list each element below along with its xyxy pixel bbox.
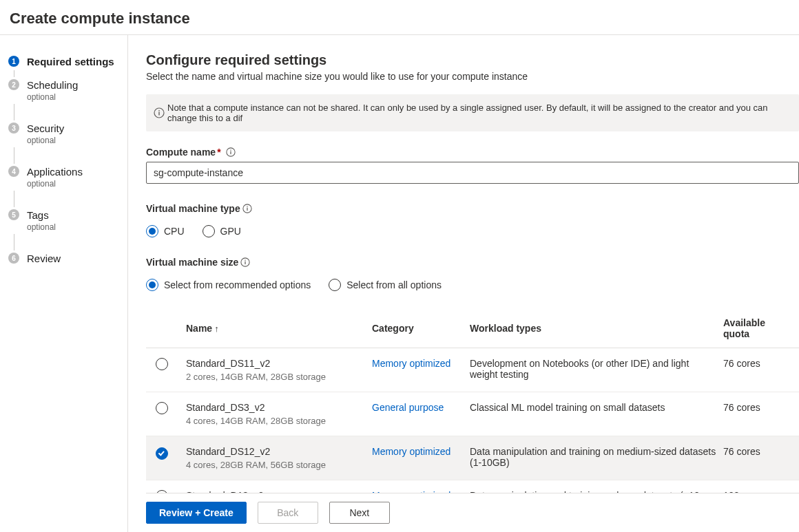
- compute-name-input[interactable]: [146, 162, 799, 184]
- step-optional-tag: optional: [27, 136, 64, 145]
- info-icon[interactable]: [242, 204, 252, 213]
- workload-text: Classical ML model training on small dat…: [470, 392, 723, 436]
- step-label: Review: [27, 253, 61, 265]
- table-row[interactable]: Standard_D13_v2Memory optimizedData mani…: [146, 480, 799, 493]
- row-select-radio[interactable]: [156, 490, 168, 493]
- svg-rect-8: [247, 206, 247, 207]
- vm-name: Standard_DS11_v2: [186, 358, 365, 369]
- vm-size-filter-all[interactable]: Select from all options: [329, 279, 442, 291]
- step-connector: [14, 104, 14, 120]
- wizard-footer: Review + Create Back Next: [146, 493, 799, 532]
- page-title: Create compute instance: [0, 0, 799, 34]
- info-icon[interactable]: [240, 257, 250, 267]
- info-banner-text: Note that a compute instance can not be …: [167, 103, 789, 123]
- step-optional-tag: optional: [27, 222, 56, 232]
- col-header-name[interactable]: Name↑: [186, 309, 372, 348]
- vm-spec: 2 cores, 14GB RAM, 28GB storage: [186, 372, 365, 382]
- svg-rect-2: [158, 110, 159, 111]
- step-scheduling[interactable]: 2Schedulingoptional: [8, 79, 127, 102]
- step-security[interactable]: 3Securityoptional: [8, 123, 127, 145]
- wizard-sidebar: 1Required settings2Schedulingoptional3Se…: [0, 35, 128, 532]
- back-button[interactable]: Back: [258, 502, 318, 524]
- step-tags[interactable]: 5Tagsoptional: [8, 209, 127, 232]
- step-optional-tag: optional: [27, 92, 78, 102]
- svg-rect-7: [247, 208, 247, 211]
- quota-text: 76 cores: [723, 392, 799, 436]
- step-review[interactable]: 6Review: [8, 253, 127, 265]
- sort-asc-icon: ↑: [214, 323, 219, 334]
- next-button[interactable]: Next: [329, 502, 390, 524]
- table-row[interactable]: Standard_DS11_v22 cores, 14GB RAM, 28GB …: [146, 348, 799, 392]
- info-icon[interactable]: [226, 147, 236, 157]
- row-select-radio[interactable]: [156, 447, 168, 460]
- section-subtitle: Select the name and virtual machine size…: [146, 71, 799, 82]
- compute-name-label: Compute name *: [146, 147, 799, 158]
- col-header-category[interactable]: Category: [372, 309, 470, 348]
- review-create-button[interactable]: Review + Create: [146, 502, 247, 524]
- svg-rect-11: [245, 260, 246, 261]
- quota-text: 76 cores: [723, 348, 799, 392]
- step-label: Scheduling: [27, 79, 78, 92]
- vm-type-radio-cpu[interactable]: CPU: [146, 225, 185, 237]
- vm-type-radio-gpu[interactable]: GPU: [203, 225, 241, 237]
- svg-rect-4: [230, 151, 231, 154]
- table-row[interactable]: Standard_DS12_v24 cores, 28GB RAM, 56GB …: [146, 436, 799, 480]
- step-label: Required settings: [27, 56, 114, 68]
- vm-name: Standard_DS3_v2: [186, 402, 365, 413]
- step-optional-tag: optional: [27, 179, 83, 189]
- col-header-quota[interactable]: Available quota: [723, 309, 799, 348]
- vm-size-filter-recommended[interactable]: Select from recommended options: [146, 279, 311, 291]
- category-link[interactable]: Memory optimized: [372, 490, 450, 493]
- section-title: Configure required settings: [146, 52, 799, 68]
- step-label: Applications: [27, 166, 83, 178]
- step-number-icon: 3: [8, 123, 19, 134]
- row-select-radio[interactable]: [156, 402, 168, 414]
- step-applications[interactable]: 4Applicationsoptional: [8, 166, 127, 189]
- row-select-radio[interactable]: [156, 358, 168, 370]
- workload-text: Data manipulation and training on large …: [470, 480, 723, 493]
- table-header-row: Name↑ Category Workload types Available …: [146, 309, 799, 348]
- step-connector: [14, 147, 14, 164]
- step-required-settings[interactable]: 1Required settings: [8, 56, 127, 68]
- step-number-icon: 4: [8, 166, 19, 177]
- col-header-workload[interactable]: Workload types: [470, 309, 723, 348]
- svg-rect-1: [158, 112, 159, 116]
- svg-rect-5: [230, 150, 231, 151]
- category-link[interactable]: Memory optimized: [372, 446, 450, 457]
- info-icon: [158, 108, 167, 118]
- workload-text: Development on Notebooks (or other IDE) …: [470, 348, 723, 392]
- vm-type-label: Virtual machine type: [146, 203, 799, 214]
- radio-label: Select from all options: [346, 279, 442, 290]
- step-connector: [14, 70, 14, 77]
- table-row[interactable]: Standard_DS3_v24 cores, 14GB RAM, 28GB s…: [146, 392, 799, 436]
- quota-text: 76 cores: [723, 436, 799, 480]
- radio-label: CPU: [164, 226, 185, 237]
- vm-name: Standard_DS12_v2: [186, 446, 365, 457]
- step-number-icon: 2: [8, 79, 19, 90]
- main-panel: Configure required settings Select the n…: [128, 35, 799, 532]
- step-number-icon: 6: [8, 253, 19, 264]
- vm-spec: 4 cores, 14GB RAM, 28GB storage: [186, 416, 365, 426]
- step-number-icon: 5: [8, 209, 19, 220]
- vm-size-table: Name↑ Category Workload types Available …: [146, 309, 799, 493]
- step-label: Security: [27, 123, 64, 135]
- svg-rect-10: [245, 262, 246, 264]
- radio-label: GPU: [220, 226, 241, 237]
- step-number-icon: 1: [8, 56, 19, 67]
- workload-text: Data manipulation and training on medium…: [470, 436, 723, 480]
- required-mark: *: [217, 147, 220, 158]
- quota-text: 100 cores: [723, 480, 799, 493]
- category-link[interactable]: Memory optimized: [372, 358, 450, 369]
- radio-label: Select from recommended options: [164, 279, 311, 290]
- step-connector: [14, 234, 14, 251]
- info-banner: Note that a compute instance can not be …: [146, 94, 799, 131]
- step-connector: [14, 191, 14, 207]
- category-link[interactable]: General purpose: [372, 402, 444, 413]
- vm-size-label: Virtual machine size: [146, 257, 799, 268]
- vm-spec: 4 cores, 28GB RAM, 56GB storage: [186, 460, 365, 470]
- step-label: Tags: [27, 209, 56, 222]
